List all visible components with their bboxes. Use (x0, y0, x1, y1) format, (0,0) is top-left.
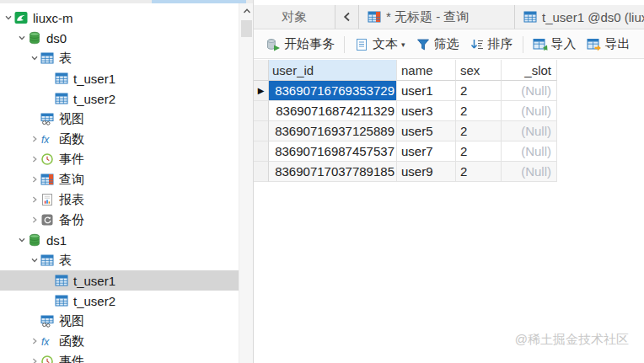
table-icon (55, 72, 68, 85)
chevron-right-icon[interactable] (28, 190, 40, 210)
begin-transaction-button[interactable]: 开始事务 (260, 34, 340, 56)
cell-name[interactable]: user5 (397, 121, 456, 141)
cell-sex[interactable]: 2 (456, 141, 502, 162)
tree-scrollbar[interactable] (239, 3, 253, 363)
table-icon (40, 254, 54, 267)
row-indicator-cell[interactable] (254, 162, 269, 182)
export-button[interactable]: 导出 (582, 34, 636, 56)
tree-item-label: ds0 (46, 31, 67, 45)
scrollbar-thumb[interactable] (241, 20, 252, 37)
tree-item-label: t_user1 (73, 274, 115, 288)
cell-sex[interactable]: 2 (456, 101, 502, 121)
query-icon (368, 10, 381, 24)
chevron-down-icon[interactable] (15, 28, 28, 48)
cell-name[interactable]: user3 (397, 101, 456, 121)
cell-name[interactable]: user7 (397, 141, 456, 162)
tree-item-table-t-user1-ds0[interactable]: t_user1 (0, 68, 239, 88)
column-header-sex[interactable]: sex (456, 60, 502, 81)
sort-button[interactable]: 排序 (464, 34, 518, 56)
tree-item-table-t-user2-ds1[interactable]: t_user2 (0, 291, 239, 311)
filter-button[interactable]: 筛选 (411, 34, 464, 56)
caret-down-icon[interactable]: ▾ (401, 40, 405, 49)
begin-transaction-icon (266, 38, 281, 51)
tree-item-table-t-user2-ds0[interactable]: t_user2 (0, 88, 239, 109)
toolbar-button-label: 排序 (488, 36, 513, 52)
chevron-right-icon[interactable] (28, 210, 40, 230)
tab-t-user1-ds0[interactable]: t_user1 @ds0 (liux (515, 5, 644, 29)
database-icon (28, 233, 41, 247)
tab-scroll-left-button[interactable] (335, 5, 359, 29)
tab-label: 对象 (282, 9, 307, 25)
tree-item-functions-ds1[interactable]: fx 函数 (0, 331, 239, 351)
row-indicator-cell[interactable] (254, 121, 269, 141)
tree-item-backups-ds0[interactable]: 备份 (0, 210, 239, 230)
svg-text:fx: fx (41, 336, 50, 348)
cell-user-id[interactable]: 83690716874211329 (269, 101, 397, 121)
chevron-right-icon[interactable] (28, 169, 40, 190)
cell-slot[interactable]: (Null) (502, 81, 557, 101)
chevron-right-icon[interactable] (28, 331, 40, 351)
row-indicator-cell[interactable]: ▶ (254, 81, 269, 101)
cell-sex[interactable]: 2 (456, 162, 502, 182)
tree-item-queries-ds0[interactable]: 查询 (0, 169, 239, 190)
column-header-user-id[interactable]: user_id (269, 60, 397, 81)
tree-item-table-t-user1-ds1[interactable]: t_user1 (0, 270, 239, 291)
chevron-down-icon[interactable] (28, 48, 40, 68)
tree-item-database-ds0[interactable]: ds0 (0, 28, 239, 48)
tree-item-tables-folder-ds1[interactable]: 表 (0, 250, 239, 270)
toolbar-button-label: 导入 (551, 36, 577, 52)
chevron-down-icon[interactable] (2, 8, 14, 28)
row-indicator-cell[interactable] (254, 101, 269, 121)
chevron-down-icon[interactable] (28, 250, 40, 270)
tree-item-database-ds1[interactable]: ds1 (0, 230, 239, 250)
table-row: 83690716874211329 user3 2 (Null) (254, 101, 557, 121)
cell-user-id[interactable]: 83690716937125889 (269, 121, 397, 141)
cell-user-id[interactable]: 83690716987457537 (269, 141, 397, 162)
tree-item-views-ds1[interactable]: 视图 (0, 311, 239, 331)
cell-slot[interactable]: (Null) (502, 101, 557, 121)
chevron-right-icon[interactable] (28, 351, 40, 363)
cell-sex[interactable]: 2 (456, 81, 502, 101)
cell-sex[interactable]: 2 (456, 121, 502, 141)
tree-item-label: 报表 (59, 192, 84, 208)
cell-name[interactable]: user1 (397, 81, 456, 101)
cell-user-id[interactable]: 83690716769353729 (269, 81, 397, 101)
scroll-up-button[interactable] (239, 3, 254, 19)
cell-slot[interactable]: (Null) (502, 162, 557, 182)
tree-item-label: t_user2 (73, 294, 115, 308)
tree-item-label: t_user2 (73, 92, 115, 106)
chevron-spacer (42, 88, 55, 109)
table-row: 83690717037789185 user9 2 (Null) (254, 162, 557, 182)
row-indicator-cell[interactable] (254, 141, 269, 162)
tree-item-label: ds1 (46, 233, 67, 248)
tree-item-events-ds1[interactable]: 事件 (0, 351, 239, 363)
tree-item-connection-liuxc-m[interactable]: liuxc-m (0, 8, 239, 28)
chevron-right-icon[interactable] (28, 149, 40, 169)
tree-item-reports-ds0[interactable]: 报表 (0, 190, 239, 210)
import-button[interactable]: 导入 (528, 34, 582, 56)
scroll-up-icon (243, 8, 251, 14)
tab-untitled-query[interactable]: * 无标题 - 查询 (359, 5, 515, 29)
database-icon (28, 31, 41, 45)
tab-objects[interactable]: 对象 (254, 5, 335, 29)
cell-slot[interactable]: (Null) (502, 121, 557, 141)
connection-tree: liuxc-m ds0 表 t_user1 t_user2 视图 fx 函数 事… (0, 3, 239, 363)
sort-icon (470, 38, 485, 51)
tree-item-events-ds0[interactable]: 事件 (0, 149, 239, 169)
column-header-name[interactable]: name (397, 60, 456, 81)
text-view-button[interactable]: 文本 ▾ (349, 34, 411, 56)
cell-name[interactable]: user9 (397, 162, 456, 182)
mysql-connection-icon (14, 11, 28, 24)
cell-slot[interactable]: (Null) (502, 141, 557, 162)
tree-item-functions-ds0[interactable]: fx 函数 (0, 129, 239, 149)
cell-user-id[interactable]: 83690717037789185 (269, 162, 397, 182)
tree-item-label: liuxc-m (33, 11, 73, 25)
chevron-right-icon[interactable] (28, 129, 40, 149)
column-header-slot[interactable]: _slot (502, 60, 557, 81)
chevron-down-icon[interactable] (15, 230, 28, 250)
toolbar-button-label: 导出 (605, 36, 631, 52)
tree-item-tables-folder[interactable]: 表 (0, 48, 239, 68)
tree-item-views-ds0[interactable]: 视图 (0, 109, 239, 129)
toolbar-button-label: 文本 (373, 36, 398, 52)
chevron-spacer (28, 311, 40, 331)
